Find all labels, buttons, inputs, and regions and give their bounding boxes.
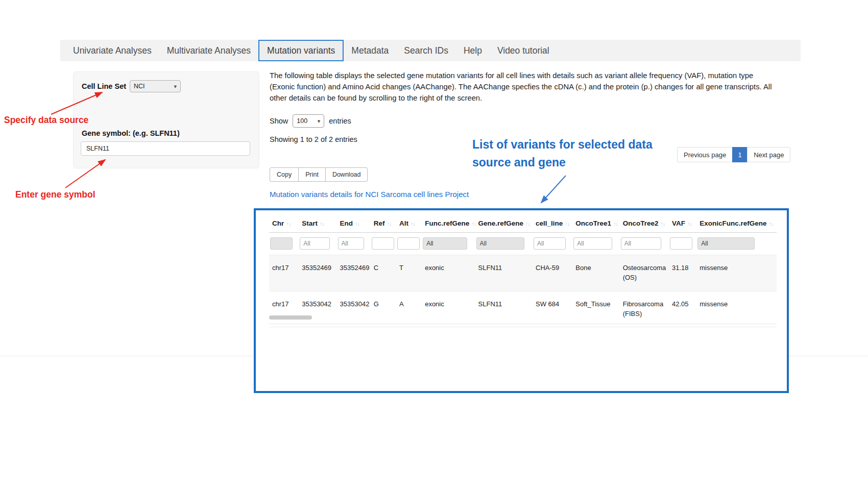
sort-icon: ↑↓: [613, 221, 618, 227]
col-header-exonicfunc-refgene[interactable]: ExonicFunc.refGene↑↓: [696, 215, 777, 233]
tab-metadata[interactable]: Metadata: [344, 40, 396, 61]
table-cell: 35352469: [337, 255, 371, 291]
page-1-button[interactable]: 1: [732, 147, 748, 162]
table-cell: exonic: [422, 291, 475, 327]
gene-symbol-label: Gene symbol: (e.g. SLFN11): [82, 129, 180, 137]
sort-icon: ↑↓: [687, 221, 692, 227]
table-cell: missense: [696, 291, 777, 327]
filter-vaf[interactable]: [670, 237, 692, 250]
sort-icon: ↑↓: [565, 221, 569, 227]
table-cell: chr17: [269, 255, 299, 291]
print-button[interactable]: Print: [298, 167, 326, 182]
table-header-row: Chr↑↓ Start↑↓ End↑↓ Ref↑↓ Alt↑↓ Func.ref…: [269, 215, 777, 233]
table-cell: 35352469: [299, 255, 336, 291]
table-cell: 35353042: [299, 291, 336, 327]
tab-univariate-analyses[interactable]: Univariate Analyses: [65, 40, 159, 61]
annotation-variants-list: List of variants for selected data sourc…: [472, 136, 676, 171]
filter-gene-refgene[interactable]: [476, 237, 524, 250]
sort-icon: ↑↓: [355, 221, 359, 227]
col-header-gene-refgene[interactable]: Gene.refGene↑↓: [475, 215, 533, 233]
controls-panel: Cell Line Set NCI ▾ Gene symbol: (e.g. S…: [73, 71, 259, 168]
nav-bar: Univariate Analyses Multivariate Analyse…: [60, 40, 801, 61]
showing-entries-text: Showing 1 to 2 of 2 entries: [270, 135, 357, 143]
copy-button[interactable]: Copy: [270, 167, 299, 182]
col-header-start[interactable]: Start↑↓: [299, 215, 336, 233]
col-label: VAF: [672, 219, 685, 227]
col-label: Func.refGene: [425, 219, 469, 227]
table-cell: SLFN11: [475, 255, 533, 291]
col-label: Gene.refGene: [478, 219, 524, 227]
col-label: ExonicFunc.refGene: [700, 219, 766, 227]
table-cell: exonic: [422, 255, 475, 291]
filter-start[interactable]: [300, 237, 330, 250]
filter-func-refgene[interactable]: [423, 237, 467, 250]
table-cell: Bone: [572, 255, 619, 291]
pagination: Previous page 1 Next page: [677, 147, 790, 162]
col-label: Chr: [272, 219, 284, 227]
col-label: OncoTree1: [575, 219, 611, 227]
entries-label: entries: [329, 117, 351, 125]
filter-exonicfunc-refgene[interactable]: [697, 237, 755, 250]
sort-icon: ↑↓: [387, 221, 392, 227]
filter-cell-line[interactable]: [534, 237, 566, 250]
filter-oncotree1[interactable]: [573, 237, 612, 250]
col-header-alt[interactable]: Alt↑↓: [396, 215, 422, 233]
sort-icon: ↑↓: [660, 221, 665, 227]
table-cell: 31.18: [669, 255, 696, 291]
show-label: Show: [270, 117, 288, 125]
sort-icon: ↑↓: [471, 221, 475, 227]
horizontal-scrollbar-thumb[interactable]: [269, 315, 312, 320]
filter-oncotree2[interactable]: [621, 237, 661, 250]
col-label: End: [340, 219, 353, 227]
entries-per-page-select[interactable]: 100 ▾: [293, 114, 324, 128]
horizontal-scrollbar-track: [269, 324, 777, 324]
col-header-end[interactable]: End↑↓: [337, 215, 371, 233]
table-cell: C: [371, 255, 396, 291]
tab-help[interactable]: Help: [456, 40, 490, 61]
col-label: Ref: [374, 219, 385, 227]
table-cell: Soft_Tissue: [572, 291, 619, 327]
table-title-link[interactable]: Mutation variants details for NCI Sarcom…: [270, 190, 469, 199]
table-cell: T: [396, 255, 422, 291]
col-header-vaf[interactable]: VAF↑↓: [669, 215, 696, 233]
sort-icon: ↑↓: [769, 221, 774, 227]
col-header-chr[interactable]: Chr↑↓: [269, 215, 299, 233]
col-label: Start: [302, 219, 318, 227]
tab-search-ids[interactable]: Search IDs: [396, 40, 456, 61]
col-header-oncotree2[interactable]: OncoTree2↑↓: [620, 215, 669, 233]
col-header-oncotree1[interactable]: OncoTree1↑↓: [572, 215, 619, 233]
gene-symbol-input[interactable]: [81, 141, 250, 156]
table-cell: missense: [696, 255, 777, 291]
table-cell: A: [396, 291, 422, 327]
table-cell: Fibrosarcoma (FIBS): [620, 291, 669, 327]
filter-ref[interactable]: [372, 237, 394, 250]
cell-line-set-row: Cell Line Set NCI ▾: [82, 80, 181, 92]
variants-table: Chr↑↓ Start↑↓ End↑↓ Ref↑↓ Alt↑↓ Func.ref…: [269, 215, 777, 327]
cell-line-set-select[interactable]: NCI ▾: [130, 80, 181, 92]
cell-line-set-value: NCI: [134, 83, 145, 90]
col-label: Alt: [399, 219, 408, 227]
table-cell: 42.05: [669, 291, 696, 327]
cell-line-set-label: Cell Line Set: [82, 82, 126, 90]
tab-video-tutorial[interactable]: Video tutorial: [490, 40, 557, 61]
arrow-variants-list: [541, 176, 566, 203]
filter-chr[interactable]: [270, 237, 293, 250]
sort-icon: ↑↓: [320, 221, 324, 227]
col-header-func-refgene[interactable]: Func.refGene↑↓: [422, 215, 475, 233]
tab-multivariate-analyses[interactable]: Multivariate Analyses: [159, 40, 258, 61]
filter-alt[interactable]: [397, 237, 420, 250]
table-description: The following table displays the selecte…: [270, 70, 778, 104]
table-row: chr17 35353042 35353042 G A exonic SLFN1…: [269, 291, 777, 327]
entries-control: Show 100 ▾ entries: [270, 114, 351, 128]
col-label: cell_line: [536, 219, 563, 227]
table-cell: chr17: [269, 291, 299, 327]
tab-mutation-variants[interactable]: Mutation variants: [258, 40, 344, 61]
filter-end[interactable]: [338, 237, 365, 250]
download-button[interactable]: Download: [325, 167, 368, 182]
table-cell: SW 684: [533, 291, 572, 327]
next-page-button[interactable]: Next page: [747, 147, 790, 162]
col-header-ref[interactable]: Ref↑↓: [371, 215, 396, 233]
variants-table-panel: Chr↑↓ Start↑↓ End↑↓ Ref↑↓ Alt↑↓ Func.ref…: [254, 208, 789, 393]
col-header-cell-line[interactable]: cell_line↑↓: [533, 215, 572, 233]
previous-page-button[interactable]: Previous page: [677, 147, 733, 162]
